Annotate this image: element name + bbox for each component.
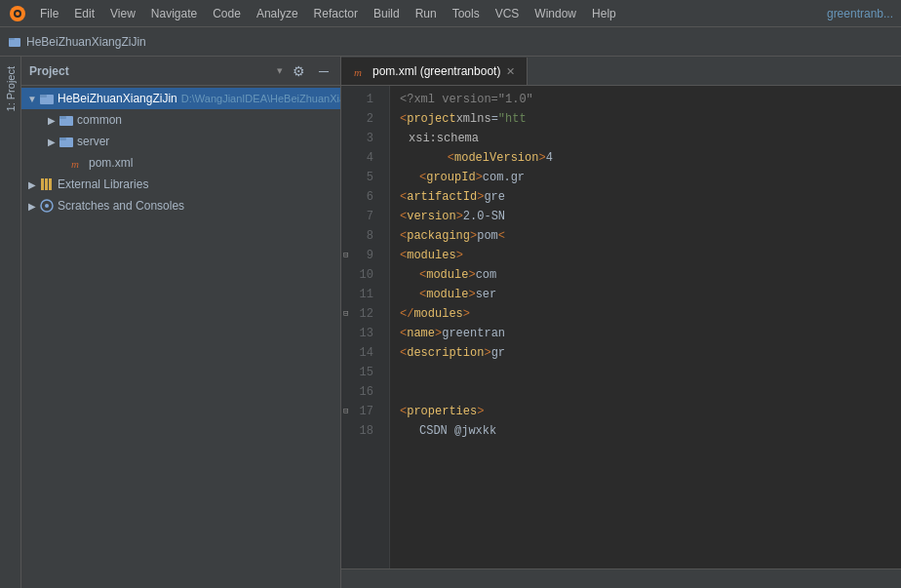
svg-rect-6 — [40, 95, 47, 98]
tree-label-server: server — [77, 135, 109, 148]
title-bar: File Edit View Navigate Code Analyze Ref… — [0, 0, 901, 27]
menu-refactor[interactable]: Refactor — [307, 5, 365, 22]
sidebar: Project ▾ ⚙ ─ ▼ HeBeiZhuanXiangZiJin D:\… — [21, 57, 341, 588]
sidebar-minimize-icon[interactable]: ─ — [315, 61, 333, 81]
svg-text:m: m — [354, 66, 362, 78]
editor-area: m pom.xml (greentranboot) ✕ 1 2 3 4 5 6 … — [341, 57, 901, 588]
editor-tabs: m pom.xml (greentranboot) ✕ — [341, 57, 901, 86]
code-line-16 — [400, 382, 901, 402]
code-line-11: <module> ser — [400, 285, 901, 304]
sidebar-header: Project ▾ ⚙ ─ — [21, 57, 340, 86]
svg-rect-10 — [59, 137, 66, 140]
tab-label-pom: pom.xml (greentranboot) — [372, 64, 500, 78]
server-module-icon — [59, 134, 74, 149]
tree-arrow-server: ▶ — [45, 137, 59, 147]
code-line-13: <name> greentran — [400, 324, 901, 343]
code-line-2: <project xmlns="htt — [400, 109, 901, 129]
code-area: 1 2 3 4 5 6 7 8 ⊟9 10 11 ⊟12 13 14 15 16 — [341, 86, 901, 568]
tree-label-scratches: Scratches and Consoles — [58, 199, 184, 213]
tree-arrow-extlibs: ▶ — [25, 179, 39, 190]
line-num-9: ⊟9 — [341, 246, 381, 265]
tree-item-root[interactable]: ▼ HeBeiZhuanXiangZiJin D:\WangJianIDEA\H… — [21, 88, 340, 109]
common-module-icon — [59, 112, 74, 128]
project-tab-label[interactable]: 1: Project — [3, 60, 19, 117]
svg-text:m: m — [71, 158, 79, 170]
line-num-16: 16 — [341, 382, 381, 402]
project-title-bar: HeBeiZhuanXiangZiJin — [0, 27, 901, 57]
line-num-11: 11 — [341, 285, 381, 304]
line-num-2: 2 — [341, 109, 381, 129]
code-content[interactable]: <?xml version="1.0" <project xmlns="htt … — [390, 86, 901, 568]
editor-tab-pom[interactable]: m pom.xml (greentranboot) ✕ — [341, 58, 528, 85]
tree-label-pom: pom.xml — [89, 156, 133, 170]
line-num-12: ⊟12 — [341, 304, 381, 324]
tree-item-common[interactable]: ▶ common — [21, 109, 340, 131]
svg-point-2 — [16, 12, 20, 16]
line-num-14: 14 — [341, 343, 381, 363]
line-numbers: 1 2 3 4 5 6 7 8 ⊟9 10 11 ⊟12 13 14 15 16 — [341, 86, 390, 568]
svg-point-16 — [45, 204, 49, 208]
svg-rect-8 — [59, 116, 66, 119]
line-num-8: 8 — [341, 226, 381, 246]
code-line-6: <artifactId> gre — [400, 187, 901, 207]
tree-item-external-libs[interactable]: ▶ External Libraries — [21, 174, 340, 195]
sidebar-tree: ▼ HeBeiZhuanXiangZiJin D:\WangJianIDEA\H… — [21, 86, 340, 588]
scratches-icon — [39, 198, 55, 214]
menu-window[interactable]: Window — [528, 5, 583, 22]
tree-label-root: HeBeiZhuanXiangZiJin — [58, 92, 177, 105]
menu-build[interactable]: Build — [367, 5, 407, 22]
code-line-9: <modules> — [400, 246, 901, 265]
line-num-18: 18 — [341, 421, 381, 441]
svg-rect-13 — [45, 178, 48, 190]
line-num-5: 5 — [341, 168, 381, 187]
menu-help[interactable]: Help — [585, 5, 623, 22]
code-line-5: <groupId> com.gr — [400, 168, 901, 187]
code-line-18: CSDN @jwxkk — [400, 421, 901, 441]
line-num-13: 13 — [341, 324, 381, 343]
code-line-15 — [400, 363, 901, 382]
tree-item-scratches[interactable]: ▶ Scratches and Consoles — [21, 195, 340, 216]
code-line-14: <description> gr — [400, 343, 901, 363]
root-folder-icon — [39, 91, 55, 106]
menu-code[interactable]: Code — [206, 5, 248, 22]
menu-view[interactable]: View — [103, 5, 142, 22]
line-num-15: 15 — [341, 363, 381, 382]
root-path: D:\WangJianIDEA\HeBeiZhuanXiangZiJin — [181, 93, 340, 104]
sidebar-title: Project — [29, 64, 271, 78]
app-logo — [8, 4, 27, 23]
sidebar-settings-icon[interactable]: ⚙ — [289, 61, 309, 81]
tab-maven-icon: m — [353, 64, 367, 78]
external-libs-icon — [39, 176, 55, 192]
code-line-10: <module> com — [400, 265, 901, 285]
code-line-12: </modules> — [400, 304, 901, 324]
line-num-1: 1 — [341, 90, 381, 109]
tree-arrow-scratches: ▶ — [25, 201, 39, 212]
menu-file[interactable]: File — [33, 5, 65, 22]
code-line-7: <version> 2.0-SN — [400, 207, 901, 226]
tree-label-common: common — [77, 113, 122, 127]
line-num-10: 10 — [341, 265, 381, 285]
menu-vcs[interactable]: VCS — [489, 5, 527, 22]
main-layout: 1: Project Project ▾ ⚙ ─ ▼ HeBeiZhuanXia… — [0, 57, 901, 588]
menu-analyze[interactable]: Analyze — [250, 5, 305, 22]
line-num-3: 3 — [341, 129, 381, 148]
tab-close-pom[interactable]: ✕ — [506, 65, 515, 78]
line-num-6: 6 — [341, 187, 381, 207]
bottom-bar — [341, 568, 901, 588]
user-label: greentranb... — [827, 7, 893, 20]
menu-run[interactable]: Run — [409, 5, 444, 22]
vertical-tab: 1: Project — [0, 57, 21, 588]
line-num-4: 4 — [341, 148, 381, 168]
tree-arrow-common: ▶ — [45, 115, 59, 126]
tree-arrow-root: ▼ — [25, 94, 39, 104]
tree-label-extlibs: External Libraries — [58, 177, 148, 191]
code-line-8: <packaging> pom< — [400, 226, 901, 246]
tree-item-pom[interactable]: ▶ m pom.xml — [21, 152, 340, 174]
tree-item-server[interactable]: ▶ server — [21, 131, 340, 152]
code-line-3: xsi:schema — [400, 129, 901, 148]
menu-edit[interactable]: Edit — [67, 5, 101, 22]
project-folder-icon — [8, 35, 21, 49]
menu-tools[interactable]: Tools — [446, 5, 487, 22]
menu-navigate[interactable]: Navigate — [144, 5, 204, 22]
svg-rect-4 — [9, 38, 15, 40]
